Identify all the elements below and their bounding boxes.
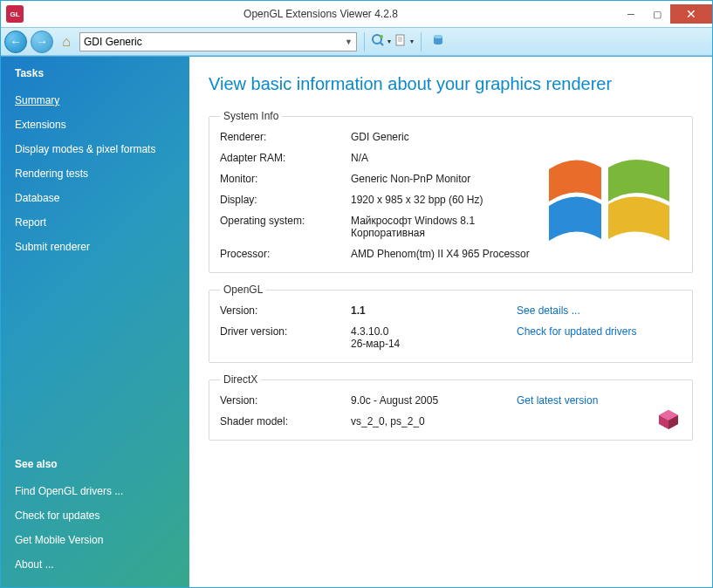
renderer-dropdown[interactable]: GDI Generic ▼: [79, 32, 357, 51]
renderer-dropdown-value: GDI Generic: [84, 36, 142, 48]
forward-button[interactable]: →: [31, 31, 53, 53]
minimize-button[interactable]: ─: [618, 4, 644, 24]
database-icon: [431, 33, 445, 51]
renderer-label: Renderer:: [220, 131, 342, 143]
sidebar-item-check-updates[interactable]: Check for updates: [15, 503, 175, 528]
content-pane: View basic information about your graphi…: [189, 57, 712, 587]
close-button[interactable]: ✕: [670, 4, 712, 24]
realtech-logo-icon: [655, 407, 682, 433]
maximize-button[interactable]: ▢: [644, 4, 670, 24]
sidebar-item-report[interactable]: Report: [15, 210, 175, 235]
sidebar-item-mobile-version[interactable]: Get Mobile Version: [15, 528, 175, 552]
dx-version-value: 9.0c - August 2005: [351, 394, 508, 407]
monitor-value: Generic Non-PnP Monitor: [351, 173, 543, 185]
display-label: Display:: [220, 194, 342, 206]
sidebar-item-submit-renderer[interactable]: Submit renderer: [15, 235, 175, 259]
system-info-legend: System Info: [220, 110, 282, 122]
sidebar-item-database[interactable]: Database: [15, 186, 175, 210]
sidebar-item-summary[interactable]: Summary: [15, 88, 175, 113]
chevron-down-icon: ▼: [387, 38, 393, 44]
see-details-link[interactable]: See details ...: [517, 304, 682, 317]
monitor-label: Monitor:: [220, 173, 342, 185]
back-button[interactable]: ←: [4, 31, 27, 53]
body: Tasks Summary Extensions Display modes &…: [1, 56, 712, 587]
directx-group: DirectX Version: 9.0c - August 2005 Get …: [209, 373, 693, 441]
document-icon: [394, 33, 408, 51]
system-info-group: System Info Renderer: GDI Generic Adapte…: [209, 110, 693, 273]
cpu-value: AMD Phenom(tm) II X4 965 Processor: [351, 248, 543, 260]
sidebar-item-display-modes[interactable]: Display modes & pixel formats: [15, 137, 175, 161]
shader-label: Shader model:: [220, 415, 342, 427]
arrow-left-icon: ←: [10, 35, 22, 48]
sidebar-item-extensions[interactable]: Extensions: [15, 113, 175, 137]
sidebar-item-rendering-tests[interactable]: Rendering tests: [15, 161, 175, 186]
titlebar: GL OpenGL Extensions Viewer 4.2.8 ─ ▢ ✕: [1, 1, 712, 27]
home-button[interactable]: ⌂: [57, 32, 76, 51]
driver-version-label: Driver version:: [220, 325, 342, 338]
app-window: GL OpenGL Extensions Viewer 4.2.8 ─ ▢ ✕ …: [0, 0, 713, 588]
app-icon: GL: [6, 5, 24, 23]
cpu-label: Processor:: [220, 248, 342, 260]
copy-button[interactable]: ▼: [394, 32, 414, 51]
page-heading: View basic information about your graphi…: [209, 74, 693, 94]
svg-rect-2: [396, 35, 404, 45]
sidebar: Tasks Summary Extensions Display modes &…: [1, 57, 189, 587]
renderer-value: GDI Generic: [351, 131, 543, 143]
window-title: OpenGL Extensions Viewer 4.2.8: [24, 8, 618, 20]
directx-legend: DirectX: [220, 373, 261, 386]
shader-value: vs_2_0, ps_2_0: [351, 415, 508, 427]
separator: [364, 32, 365, 51]
svg-point-7: [434, 35, 442, 38]
ram-label: Adapter RAM:: [220, 152, 342, 164]
driver-version-value: 4.3.10.0 26-мар-14: [351, 325, 508, 350]
sidebar-header-see-also: See also: [15, 458, 175, 470]
arrow-right-icon: →: [37, 35, 48, 48]
opengl-group: OpenGL Version: 1.1 See details ... Driv…: [209, 284, 693, 363]
refresh-button[interactable]: ▼: [372, 32, 391, 51]
windows-logo-icon: [540, 134, 680, 256]
sidebar-item-about[interactable]: About ...: [15, 552, 175, 577]
sidebar-item-find-drivers[interactable]: Find OpenGL drivers ...: [15, 479, 175, 503]
toolbar: ← → ⌂ GDI Generic ▼ ▼ ▼: [1, 27, 712, 56]
sidebar-header-tasks: Tasks: [15, 67, 175, 79]
check-drivers-link[interactable]: Check for updated drivers: [517, 325, 682, 338]
gl-version-label: Version:: [220, 304, 342, 317]
dx-version-label: Version:: [220, 394, 342, 407]
get-latest-link[interactable]: Get latest version: [517, 394, 682, 407]
window-controls: ─ ▢ ✕: [618, 4, 712, 24]
ram-value: N/A: [351, 152, 543, 164]
os-label: Operating system:: [220, 215, 342, 227]
chevron-down-icon: ▼: [345, 38, 353, 46]
database-button[interactable]: [428, 32, 448, 51]
svg-point-1: [380, 35, 383, 38]
opengl-legend: OpenGL: [220, 284, 266, 296]
chevron-down-icon: ▼: [409, 38, 415, 44]
separator: [421, 32, 422, 51]
os-value: Майкрософт Windows 8.1 Корпоративная: [351, 215, 543, 239]
home-icon: ⌂: [62, 34, 71, 50]
gl-version-value: 1.1: [351, 304, 508, 317]
refresh-icon: [371, 33, 385, 51]
display-value: 1920 x 985 x 32 bpp (60 Hz): [351, 194, 543, 206]
